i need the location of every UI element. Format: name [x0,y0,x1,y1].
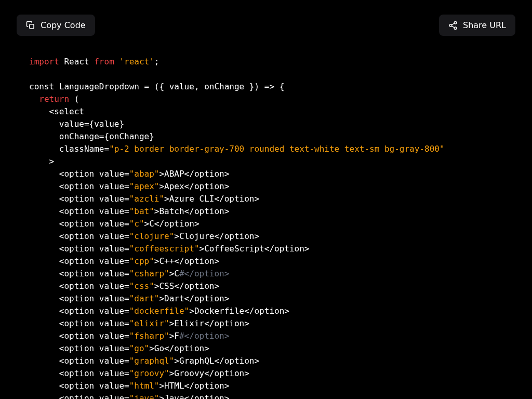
string-option-value: "bat" [129,206,154,216]
string-option-value: "coffeescript" [129,244,200,254]
string-classname: "p-2 border border-gray-700 rounded text… [109,144,444,154]
code-line: <option value="cpp">C++</option> [29,255,503,268]
code-line: <option value="java">Java</option> [29,392,503,399]
comment-token: #</option> [179,269,229,278]
code-line: <option value="c">C</option> [29,218,503,230]
string-option-value: "cpp" [129,256,154,266]
code-line: import React from 'react'; [29,56,503,68]
code-line: <option value="coffeescript">CoffeeScrip… [29,243,503,255]
code-block: import React from 'react'; const Languag… [0,48,532,399]
code-line: value={value} [29,118,503,130]
code-line: <option value="bat">Batch</option> [29,205,503,218]
comment-token: #</option> [179,331,229,341]
code-line: <option value="fsharp">F#</option> [29,330,503,342]
share-url-button[interactable]: Share URL [439,15,515,36]
string-option-value: "java" [129,393,159,399]
string-option-value: "c" [129,219,144,229]
string-module: 'react' [119,57,154,66]
code-line: const LanguageDropdown = ({ value, onCha… [29,81,503,93]
string-option-value: "fsharp" [129,331,169,341]
string-option-value: "elixir" [129,318,169,328]
keyword-return: return [39,94,69,104]
code-line: <select [29,105,503,118]
code-line: <option value="abap">ABAP</option> [29,168,503,180]
string-option-value: "html" [129,381,159,391]
copy-code-button[interactable]: Copy Code [17,15,95,36]
string-option-value: "css" [129,281,154,291]
code-line: <option value="csharp">C#</option> [29,268,503,280]
svg-line-4 [451,26,454,28]
code-line: <option value="dart">Dart</option> [29,292,503,305]
keyword-from: from [94,57,114,66]
string-option-value: "csharp" [129,269,169,278]
share-icon [448,21,458,30]
code-line: <option value="groovy">Groovy</option> [29,367,503,380]
copy-icon [26,21,35,30]
code-line [29,68,503,81]
string-option-value: "go" [129,343,150,353]
code-line: > [29,155,503,168]
string-option-value: "groovy" [129,368,169,378]
string-option-value: "graphql" [129,356,175,366]
code-line: <option value="html">HTML</option> [29,380,503,392]
string-option-value: "azcli" [129,194,164,204]
code-line: <option value="css">CSS</option> [29,280,503,292]
code-line: <option value="graphql">GraphQL</option> [29,355,503,367]
svg-line-5 [451,23,454,24]
code-line: <option value="clojure">Clojure</option> [29,230,503,243]
code-line: <option value="apex">Apex</option> [29,180,503,193]
code-line: <option value="dockerfile">Dockerfile</o… [29,305,503,317]
code-line: <option value="elixir">Elixir</option> [29,317,503,330]
copy-code-label: Copy Code [41,20,86,30]
share-url-label: Share URL [463,20,506,30]
string-option-value: "clojure" [129,231,175,241]
code-line: className="p-2 border border-gray-700 ro… [29,143,503,155]
svg-rect-0 [30,24,34,28]
code-line: <option value="azcli">Azure CLI</option> [29,193,503,205]
code-line: return ( [29,93,503,105]
code-toolbar: Copy Code Share URL [0,0,532,48]
code-line: <option value="go">Go</option> [29,342,503,355]
string-option-value: "apex" [129,181,159,191]
code-line: onChange={onChange} [29,130,503,143]
keyword-import: import [29,57,59,66]
string-option-value: "dockerfile" [129,306,190,316]
string-option-value: "dart" [129,294,159,303]
string-option-value: "abap" [129,169,159,179]
